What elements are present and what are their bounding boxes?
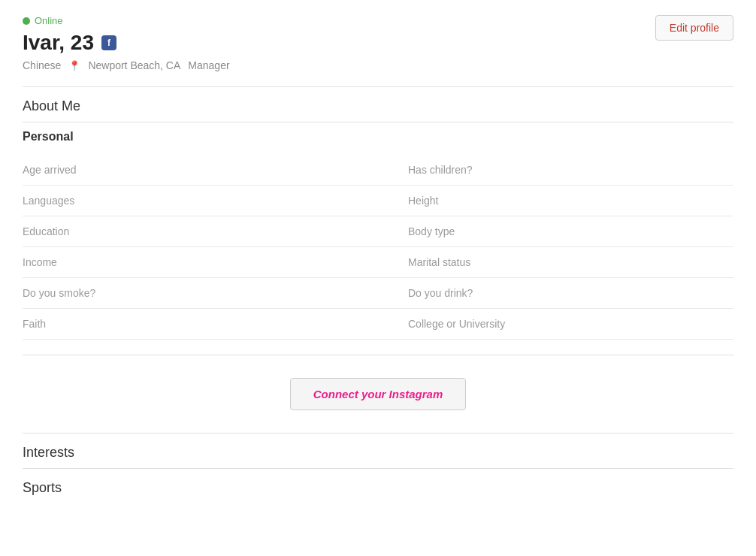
divider-2 (23, 122, 733, 122)
online-indicator: Online (23, 15, 733, 26)
online-dot (23, 17, 30, 25)
field-do-you-drink: Do you drink? (378, 278, 733, 309)
about-me-title: About Me (23, 98, 733, 114)
instagram-connect-button[interactable]: Connect your Instagram (290, 378, 467, 410)
user-location: Newport Beach, CA (88, 59, 180, 71)
facebook-icon[interactable]: f (101, 35, 116, 50)
location-pin-icon: 📍 (68, 60, 80, 71)
profile-container: Edit profile Online Ivar, 23 f Chinese 📍… (0, 0, 756, 518)
sports-section: Sports (23, 480, 733, 496)
user-name-row: Ivar, 23 f (23, 31, 733, 55)
instagram-section: Connect your Instagram (23, 378, 733, 410)
field-body-type: Body type (378, 216, 733, 247)
user-name: Ivar, 23 (23, 31, 94, 55)
fields-grid: Age arrived Has children? Languages Heig… (23, 155, 733, 340)
field-marital-status: Marital status (378, 247, 733, 278)
field-education: Education (23, 216, 378, 247)
sports-title: Sports (23, 480, 733, 496)
field-income: Income (23, 247, 378, 278)
online-status-text: Online (35, 15, 63, 26)
edit-profile-button[interactable]: Edit profile (655, 15, 733, 41)
field-languages: Languages (23, 186, 378, 216)
divider-3 (23, 355, 733, 355)
interests-section: Interests (23, 445, 733, 461)
field-college: College or University (378, 309, 733, 340)
field-age-arrived: Age arrived (23, 155, 378, 186)
personal-section: Personal Age arrived Has children? Langu… (23, 130, 733, 340)
field-faith: Faith (23, 309, 378, 340)
user-meta: Chinese 📍 Newport Beach, CA Manager (23, 59, 733, 71)
field-has-children: Has children? (378, 155, 733, 186)
user-ethnicity: Chinese (23, 59, 61, 71)
personal-title: Personal (23, 130, 733, 144)
interests-title: Interests (23, 445, 733, 461)
user-occupation: Manager (188, 59, 229, 71)
divider-4 (23, 433, 733, 434)
field-do-you-smoke: Do you smoke? (23, 278, 378, 309)
divider-1 (23, 86, 733, 87)
field-height: Height (378, 186, 733, 216)
divider-5 (23, 468, 733, 469)
